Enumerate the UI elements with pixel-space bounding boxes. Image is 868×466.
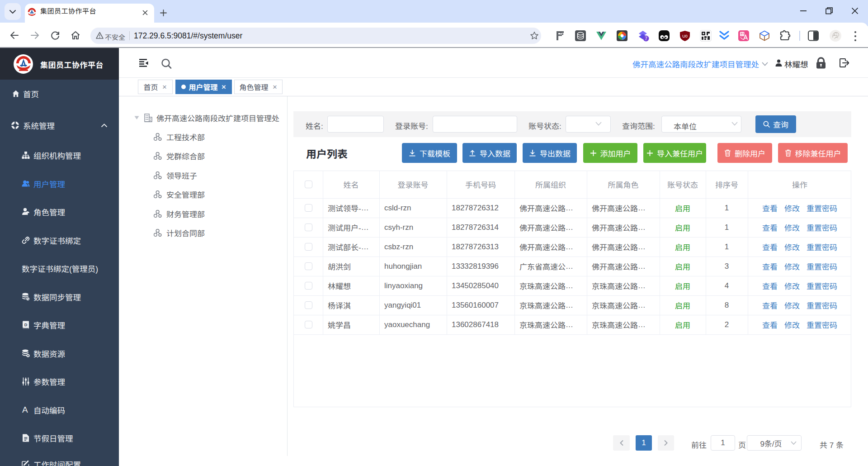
svg-text:U0: U0: [682, 34, 688, 38]
svg-text:D: D: [24, 323, 28, 327]
svg-text:7: 7: [645, 36, 647, 41]
